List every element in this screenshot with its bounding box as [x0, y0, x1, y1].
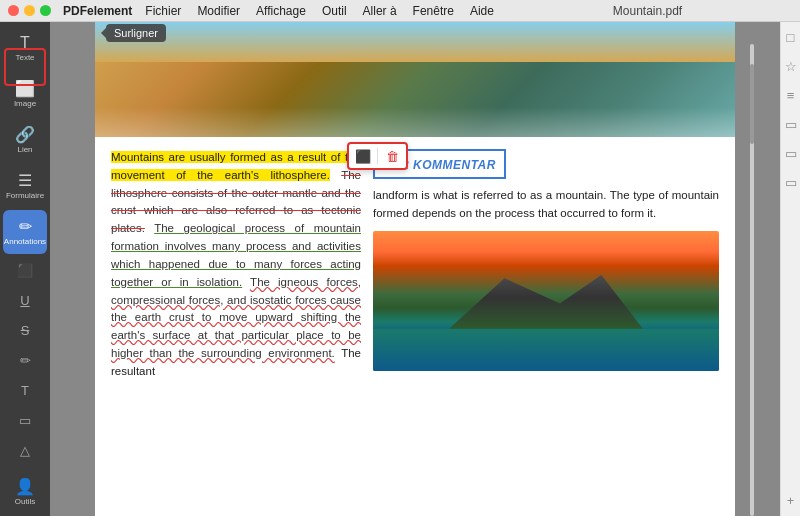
- sidebar-sub-tool-2[interactable]: U: [6, 286, 44, 314]
- menubar: PDFelement Fichier Modifier Affichage Ou…: [0, 0, 800, 22]
- pdf-page: ⬛ 🗑 Mountains are usually formed as a re…: [95, 22, 735, 516]
- wavy-underline-text: The igneous forces, compressional forces…: [111, 276, 361, 359]
- menu-modifier[interactable]: Modifier: [190, 3, 247, 19]
- sidebar-item-formulaire[interactable]: ☰ Formulaire: [3, 164, 47, 208]
- sidebar-item-annotations[interactable]: ✏ Annotations: [3, 210, 47, 254]
- right-panel-icon-4[interactable]: ▭: [785, 117, 797, 132]
- right-panel-icon-6[interactable]: ▭: [785, 175, 797, 190]
- image-icon: ⬜: [15, 81, 35, 97]
- pdf-content: Mountains are usually formed as a result…: [95, 137, 735, 389]
- lien-icon: 🔗: [15, 127, 35, 143]
- sidebar-label-texte: Texte: [15, 53, 34, 62]
- maximize-button[interactable]: [40, 5, 51, 16]
- pdf-paragraph: Mountains are usually formed as a result…: [111, 149, 361, 381]
- formulaire-icon: ☰: [18, 173, 32, 189]
- inline-highlight-button[interactable]: ⬛: [353, 146, 373, 166]
- right-panel-icon-3[interactable]: ≡: [787, 88, 795, 103]
- sidebar-label-lien: Lien: [17, 145, 32, 154]
- sidebar-sub-tool-1[interactable]: ⬛: [6, 256, 44, 284]
- underline-sub-icon: U: [20, 293, 29, 308]
- document-title: Mountain.pdf: [503, 4, 792, 18]
- sidebar-item-lien[interactable]: 🔗 Lien: [3, 118, 47, 162]
- scrollbar-track: [750, 44, 754, 516]
- sidebar-label-outils: Outils: [15, 497, 35, 506]
- sidebar-label-image: Image: [14, 99, 36, 108]
- sidebar-sub-tool-3[interactable]: S: [6, 316, 44, 344]
- toolbar-separator: [377, 148, 378, 164]
- pdf-header-image: [95, 22, 735, 137]
- scrollbar-thumb[interactable]: [750, 64, 754, 144]
- sidebar-sub-tool-4[interactable]: ✏: [6, 346, 44, 374]
- highlight-sub-icon: ⬛: [17, 263, 33, 278]
- sidebar-sub-tool-6[interactable]: ▭: [6, 406, 44, 434]
- right-panel-icon-5[interactable]: ▭: [785, 146, 797, 161]
- outils-icon: 👤: [15, 479, 35, 495]
- shape-sub-icon: △: [20, 443, 30, 458]
- draw-sub-icon: ✏: [20, 353, 31, 368]
- app-name: PDFelement: [63, 4, 132, 18]
- pdf-viewer[interactable]: ⬛ 🗑 Mountains are usually formed as a re…: [50, 22, 780, 516]
- stamp-sub-icon: ▭: [19, 413, 31, 428]
- text-note-sub-icon: T: [21, 383, 29, 398]
- right-panel-icon-1[interactable]: □: [787, 30, 795, 45]
- inline-toolbar: ⬛ 🗑: [347, 142, 408, 170]
- pdf-text-right: FÜR KOMMENTAR landform is what is referr…: [373, 149, 719, 381]
- normal-text-1: The lithosphere consists of the outer ma…: [111, 169, 361, 377]
- close-button[interactable]: [8, 5, 19, 16]
- menu-fichier[interactable]: Fichier: [138, 3, 188, 19]
- pdf-text-left: Mountains are usually formed as a result…: [111, 149, 361, 381]
- sidebar-item-outils[interactable]: 👤 Outils: [3, 470, 47, 514]
- sidebar-item-texte[interactable]: T Texte: [3, 26, 47, 70]
- vertical-scrollbar[interactable]: [746, 44, 758, 516]
- texte-icon: T: [20, 35, 30, 51]
- traffic-lights: [8, 5, 51, 16]
- sidebar-sub-tool-5[interactable]: T: [6, 376, 44, 404]
- menu-aide[interactable]: Aide: [463, 3, 501, 19]
- menu-affichage[interactable]: Affichage: [249, 3, 313, 19]
- sidebar-sub-tool-7[interactable]: △: [6, 436, 44, 464]
- right-panel-icon-2[interactable]: ☆: [785, 59, 797, 74]
- annotations-icon: ✏: [19, 219, 32, 235]
- sidebar-label-formulaire: Formulaire: [6, 191, 44, 200]
- right-panel: □ ☆ ≡ ▭ ▭ ▭ +: [780, 22, 800, 516]
- mountain-photo: [373, 231, 719, 371]
- minimize-button[interactable]: [24, 5, 35, 16]
- right-panel-icon-plus[interactable]: +: [787, 493, 795, 508]
- main-area: T Texte ⬜ Image 🔗 Lien ☰ Formulaire ✏ An…: [0, 22, 800, 516]
- menu-fenetre[interactable]: Fenêtre: [406, 3, 461, 19]
- strike-sub-icon: S: [21, 323, 30, 338]
- menu-aller[interactable]: Aller à: [356, 3, 404, 19]
- sidebar: T Texte ⬜ Image 🔗 Lien ☰ Formulaire ✏ An…: [0, 22, 50, 516]
- menu-outil[interactable]: Outil: [315, 3, 354, 19]
- sidebar-label-annotations: Annotations: [4, 237, 46, 246]
- highlighted-text: Mountains are usually formed as a result…: [111, 151, 361, 181]
- tooltip-surligner: Surligner: [106, 24, 166, 42]
- inline-delete-button[interactable]: 🗑: [382, 146, 402, 166]
- pdf-right-text: landform is what is referred to as a mou…: [373, 187, 719, 223]
- sidebar-item-image[interactable]: ⬜ Image: [3, 72, 47, 116]
